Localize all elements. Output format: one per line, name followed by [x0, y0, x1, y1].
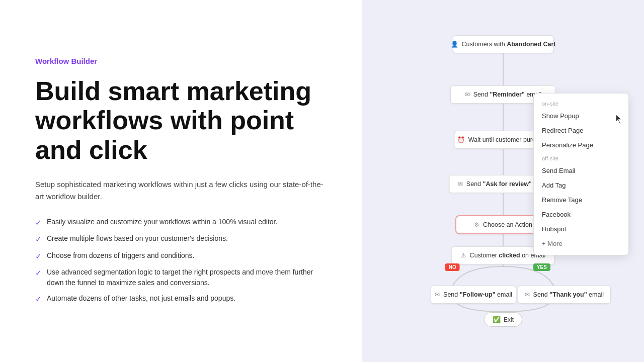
alert-icon: ⚠	[461, 252, 466, 259]
workflow-label: Workflow Builder	[35, 57, 327, 65]
hubspot-item[interactable]: Hubspot	[534, 222, 628, 236]
remove-tag-item[interactable]: Remove Tage	[534, 193, 628, 207]
show-popup-item[interactable]: Show Popup	[534, 109, 628, 123]
action-dropdown[interactable]: on-site Show Popup Redirect Page Persona…	[533, 93, 629, 255]
offsite-section-label: off-site	[534, 152, 628, 163]
clock-icon: ⏰	[457, 136, 465, 143]
facebook-item[interactable]: Facebook	[534, 207, 628, 222]
trigger-node: 👤 Customers with Abandoned Cart	[453, 35, 553, 53]
email-icon-2: ✉	[458, 180, 463, 188]
headline: Build smart marketing workflows with poi…	[35, 76, 327, 164]
email-icon-3: ✉	[435, 291, 440, 298]
onsite-section-label: on-site	[534, 98, 628, 109]
user-icon: 👤	[451, 41, 458, 48]
features-list: ✓ Easily visualize and customize your wo…	[35, 217, 327, 305]
check-icon: ✓	[35, 267, 42, 279]
exit-node: ✅ Exit	[484, 312, 522, 327]
personalize-page-item[interactable]: Personalize Page	[534, 138, 628, 152]
email-icon: ✉	[465, 91, 470, 98]
feature-item: ✓ Use advanced segmentation logic to tar…	[35, 267, 327, 288]
check-icon: ✓	[35, 217, 42, 229]
more-item[interactable]: + More	[534, 236, 628, 251]
check-icon: ✓	[35, 251, 42, 262]
check-icon: ✓	[35, 234, 42, 245]
yes-badge: YES	[533, 263, 550, 271]
thankyou-email-node: ✉ Send "Thank you" email	[518, 286, 611, 304]
feature-item: ✓ Choose from dozens of triggers and con…	[35, 250, 327, 262]
feature-item: ✓ Create multiple flows based on your cu…	[35, 233, 327, 245]
left-panel: Workflow Builder Build smart marketing w…	[0, 0, 362, 362]
send-email-item[interactable]: Send Email	[534, 163, 628, 178]
description: Setup sophisticated marketing workflows …	[35, 178, 327, 203]
email-icon-4: ✉	[525, 291, 530, 298]
no-badge: NO	[445, 263, 460, 271]
action-icon: ⚙	[474, 221, 479, 228]
add-tag-item[interactable]: Add Tag	[534, 178, 628, 193]
check-icon: ✓	[35, 294, 42, 305]
right-panel: 👤 Customers with Abandoned Cart ✉ Send "…	[362, 0, 644, 362]
feature-item: ✓ Automate dozens of other tasks, not ju…	[35, 293, 327, 305]
feature-item: ✓ Easily visualize and customize your wo…	[35, 217, 327, 229]
followup-email-node: ✉ Send "Follow-up" email	[431, 286, 516, 304]
exit-icon: ✅	[493, 316, 501, 323]
redirect-page-item[interactable]: Redirect Page	[534, 123, 628, 138]
